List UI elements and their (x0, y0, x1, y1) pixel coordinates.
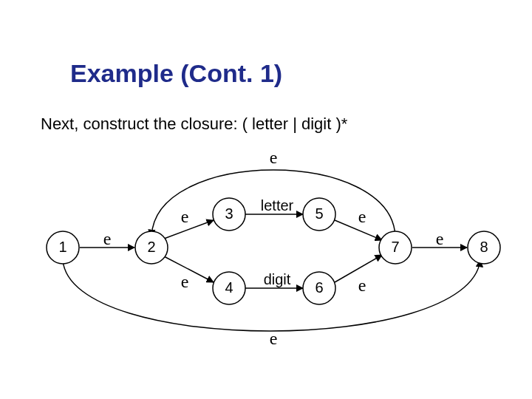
state-1-label: 1 (58, 239, 66, 255)
edge-2-4-label: e (181, 272, 189, 291)
state-7-label: 7 (391, 239, 399, 255)
edge-4-6-label: digit (264, 271, 291, 287)
edge-5-7-label: e (358, 207, 366, 226)
state-4-label: 4 (225, 279, 233, 296)
state-8-label: 8 (480, 239, 488, 255)
state-6-label: 6 (315, 279, 323, 296)
edge-2-4 (164, 256, 214, 282)
state-2-label: 2 (147, 239, 155, 255)
edge-6-7-label: e (358, 276, 366, 295)
edge-2-3-label: e (181, 207, 189, 226)
edge-7-8-label: e (436, 229, 444, 248)
edge-7-2-label: e (270, 148, 278, 167)
edge-3-5-label: letter (261, 197, 294, 214)
edge-2-3 (164, 220, 214, 239)
edge-1-2-label: e (103, 229, 112, 248)
state-3-label: 3 (225, 205, 233, 222)
nfa-diagram: e e e e e letter digit e e e 1 2 3 4 5 6… (0, 0, 532, 399)
edge-1-8-label: e (270, 329, 278, 348)
state-5-label: 5 (315, 205, 323, 222)
